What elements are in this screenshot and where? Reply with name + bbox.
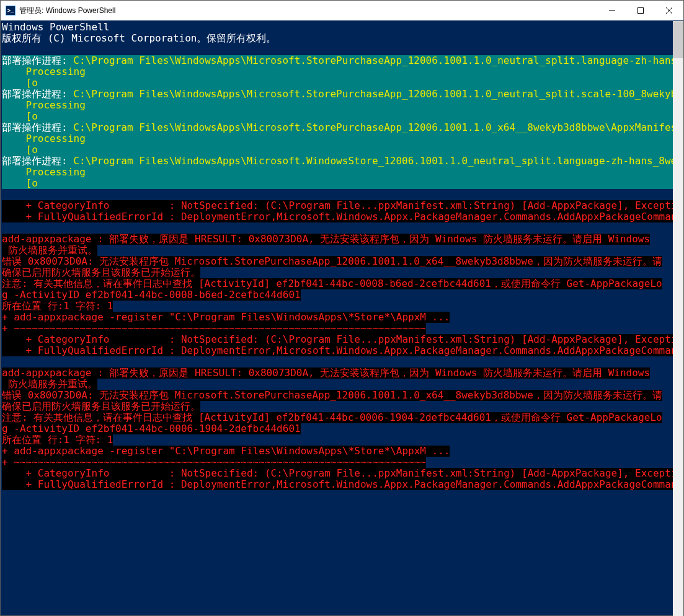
powershell-icon: >_ [6,6,16,15]
progress-bar: [o ] [2,178,683,189]
progress-bar: [o ] [2,111,683,122]
powershell-window: >_ 管理员: Windows PowerShell Windows Power… [0,0,684,616]
error-id: + FullyQualifiedErrorId : DeploymentErro… [2,345,683,356]
error-text: 确保已启用防火墙服务且该服务已开始运行。 [2,267,200,278]
progress-label: 部署操作进程: [2,156,73,167]
svg-rect-1 [638,8,644,14]
titlebar[interactable]: >_ 管理员: Windows PowerShell [1,1,683,20]
progress-status: Processing [2,167,86,178]
minimize-button[interactable] [598,1,626,20]
progress-path: C:\Program Files\WindowsApps\Microsoft.S… [73,122,683,133]
progress-path: C:\Program Files\WindowsApps\Microsoft.S… [73,89,683,100]
error-text: g -ActivityID ef2bf041-44bc-0008-b6ed-2c… [2,289,301,301]
error-text: + ~~~~~~~~~~~~~~~~~~~~~~~~~~~~~~~~~~~~~~… [2,457,426,468]
error-text: 错误 0x80073D0A: 无法安装程序包 Microsoft.StorePu… [2,256,662,267]
error-text: add-appxpackage : 部署失败，原因是 HRESULT: 0x80… [2,367,650,379]
progress-status: Processing [2,133,86,144]
error-text: 所在位置 行:1 字符: 1 [2,434,113,446]
error-text: 所在位置 行:1 字符: 1 [2,301,113,312]
terminal-area[interactable]: Windows PowerShell 版权所有 (C) Microsoft Co… [1,20,683,615]
error-text: 错误 0x80073D0A: 无法安装程序包 Microsoft.StorePu… [2,390,662,401]
close-button[interactable] [655,1,683,20]
progress-status: Processing [2,100,86,111]
progress-block: 部署操作进程: C:\Program Files\WindowsApps\Mic… [2,55,683,189]
error-text: 注意: 有关其他信息，请在事件日志中查找 [ActivityId] ef2bf0… [2,278,662,289]
error-text: g -ActivityID ef2bf041-44bc-0006-1904-2d… [2,423,301,434]
copyright-line: 版权所有 (C) Microsoft Corporation。保留所有权利。 [2,33,683,44]
error-category: + CategoryInfo : NotSpecified: (C:\Progr… [2,200,683,211]
progress-status: Processing [2,66,86,77]
progress-label: 部署操作进程: [2,55,73,66]
window-title: 管理员: Windows PowerShell [19,6,115,16]
progress-path: C:\Program Files\WindowsApps\Microsoft.W… [73,156,683,167]
error-text: 注意: 有关其他信息，请在事件日志中查找 [ActivityId] ef2bf0… [2,412,662,423]
error-category: + CategoryInfo : NotSpecified: (C:\Progr… [2,334,683,345]
error-text: add-appxpackage : 部署失败，原因是 HRESULT: 0x80… [2,234,650,245]
progress-bar: [o ] [2,144,683,156]
maximize-button[interactable] [626,1,655,20]
error-id: + FullyQualifiedErrorId : DeploymentErro… [2,479,683,490]
error-text: + ~~~~~~~~~~~~~~~~~~~~~~~~~~~~~~~~~~~~~~… [2,323,426,334]
progress-label: 部署操作进程: [2,89,73,100]
scrollbar-thumb[interactable] [673,21,683,58]
error-text: 防火墙服务并重试。 [2,245,97,256]
header-line: Windows PowerShell [2,22,683,33]
error-text: + add-appxpackage -register "C:\Program … [2,446,450,457]
progress-bar: [o ] [2,77,683,89]
scrollbar-track[interactable] [673,21,683,616]
progress-path: C:\Program Files\WindowsApps\Microsoft.S… [73,55,683,66]
error-text: 防火墙服务并重试。 [2,379,97,390]
progress-label: 部署操作进程: [2,122,73,133]
error-text: 确保已启用防火墙服务且该服务已开始运行。 [2,401,200,412]
error-category: + CategoryInfo : NotSpecified: (C:\Progr… [2,468,683,479]
error-text: + add-appxpackage -register "C:\Program … [2,312,450,323]
error-id: + FullyQualifiedErrorId : DeploymentErro… [2,211,683,222]
